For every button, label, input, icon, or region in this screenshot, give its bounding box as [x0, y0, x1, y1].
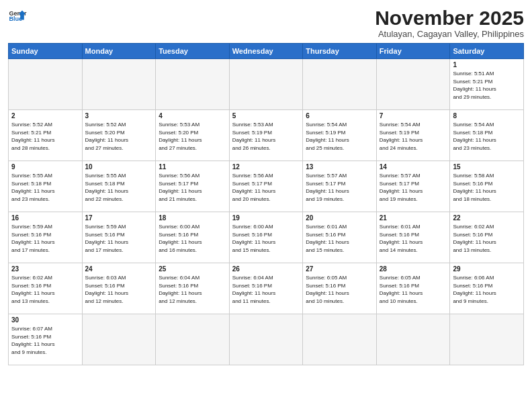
- day-of-week-header: Friday: [376, 44, 450, 59]
- day-of-week-header: Thursday: [303, 44, 377, 59]
- day-info: Sunrise: 5:52 AM Sunset: 5:21 PM Dayligh…: [11, 121, 79, 152]
- calendar-cell: 28Sunrise: 6:05 AM Sunset: 5:16 PM Dayli…: [376, 263, 450, 314]
- day-number: 25: [159, 265, 226, 273]
- calendar-cell: 6Sunrise: 5:54 AM Sunset: 5:19 PM Daylig…: [303, 110, 377, 161]
- day-info: Sunrise: 6:04 AM Sunset: 5:16 PM Dayligh…: [159, 274, 226, 305]
- day-info: Sunrise: 5:57 AM Sunset: 5:17 PM Dayligh…: [306, 172, 373, 203]
- calendar-cell: [229, 314, 303, 365]
- calendar-cell: 15Sunrise: 5:58 AM Sunset: 5:16 PM Dayli…: [450, 161, 524, 212]
- day-info: Sunrise: 5:59 AM Sunset: 5:16 PM Dayligh…: [11, 223, 79, 254]
- calendar-cell: 11Sunrise: 5:56 AM Sunset: 5:17 PM Dayli…: [156, 161, 230, 212]
- calendar-cell: [450, 314, 524, 365]
- day-number: 8: [453, 112, 521, 120]
- day-info: Sunrise: 5:54 AM Sunset: 5:19 PM Dayligh…: [380, 121, 447, 152]
- day-number: 3: [85, 112, 153, 120]
- calendar-cell: 29Sunrise: 6:06 AM Sunset: 5:16 PM Dayli…: [450, 263, 524, 314]
- day-number: 13: [306, 163, 373, 171]
- day-of-week-header: Sunday: [9, 44, 83, 59]
- day-number: 22: [453, 214, 521, 222]
- calendar-cell: 27Sunrise: 6:05 AM Sunset: 5:16 PM Dayli…: [303, 263, 377, 314]
- day-number: 27: [306, 265, 373, 273]
- day-info: Sunrise: 5:57 AM Sunset: 5:17 PM Dayligh…: [380, 172, 447, 203]
- day-number: 18: [159, 214, 226, 222]
- calendar-cell: 16Sunrise: 5:59 AM Sunset: 5:16 PM Dayli…: [9, 212, 83, 263]
- calendar-cell: 17Sunrise: 5:59 AM Sunset: 5:16 PM Dayli…: [82, 212, 156, 263]
- day-number: 12: [232, 163, 300, 171]
- calendar-cell: 10Sunrise: 5:55 AM Sunset: 5:18 PM Dayli…: [82, 161, 156, 212]
- day-info: Sunrise: 6:00 AM Sunset: 5:16 PM Dayligh…: [232, 223, 300, 254]
- day-number: 10: [85, 163, 153, 171]
- day-number: 30: [11, 316, 79, 324]
- calendar-header: SundayMondayTuesdayWednesdayThursdayFrid…: [9, 44, 524, 59]
- day-number: 28: [380, 265, 447, 273]
- day-info: Sunrise: 6:00 AM Sunset: 5:16 PM Dayligh…: [159, 223, 226, 254]
- calendar-cell: 3Sunrise: 5:52 AM Sunset: 5:20 PM Daylig…: [82, 110, 156, 161]
- day-info: Sunrise: 5:56 AM Sunset: 5:17 PM Dayligh…: [232, 172, 300, 203]
- calendar-cell: 25Sunrise: 6:04 AM Sunset: 5:16 PM Dayli…: [156, 263, 230, 314]
- calendar-cell: 12Sunrise: 5:56 AM Sunset: 5:17 PM Dayli…: [229, 161, 303, 212]
- calendar-cell: [82, 59, 156, 110]
- day-info: Sunrise: 6:06 AM Sunset: 5:16 PM Dayligh…: [453, 274, 521, 305]
- day-info: Sunrise: 5:54 AM Sunset: 5:19 PM Dayligh…: [306, 121, 373, 152]
- day-number: 20: [306, 214, 373, 222]
- calendar-cell: [229, 59, 303, 110]
- calendar-cell: 8Sunrise: 5:54 AM Sunset: 5:18 PM Daylig…: [450, 110, 524, 161]
- calendar-cell: 14Sunrise: 5:57 AM Sunset: 5:17 PM Dayli…: [376, 161, 450, 212]
- logo: General Blue: [8, 7, 27, 26]
- header: General Blue November 2025 Atulayan, Cag…: [8, 7, 524, 39]
- calendar-cell: 23Sunrise: 6:02 AM Sunset: 5:16 PM Dayli…: [9, 263, 83, 314]
- day-info: Sunrise: 5:58 AM Sunset: 5:16 PM Dayligh…: [453, 172, 521, 203]
- day-info: Sunrise: 5:55 AM Sunset: 5:18 PM Dayligh…: [85, 172, 153, 203]
- day-number: 24: [85, 265, 153, 273]
- calendar-cell: 9Sunrise: 5:55 AM Sunset: 5:18 PM Daylig…: [9, 161, 83, 212]
- day-number: 23: [11, 265, 79, 273]
- day-info: Sunrise: 5:56 AM Sunset: 5:17 PM Dayligh…: [159, 172, 226, 203]
- calendar-table: SundayMondayTuesdayWednesdayThursdayFrid…: [8, 43, 524, 365]
- day-info: Sunrise: 5:52 AM Sunset: 5:20 PM Dayligh…: [85, 121, 153, 152]
- calendar-cell: [9, 59, 83, 110]
- calendar-cell: [303, 314, 377, 365]
- calendar-cell: 2Sunrise: 5:52 AM Sunset: 5:21 PM Daylig…: [9, 110, 83, 161]
- calendar-week-row: 2Sunrise: 5:52 AM Sunset: 5:21 PM Daylig…: [9, 110, 524, 161]
- day-number: 16: [11, 214, 79, 222]
- header-row: SundayMondayTuesdayWednesdayThursdayFrid…: [9, 44, 524, 59]
- day-number: 26: [232, 265, 300, 273]
- calendar-cell: 21Sunrise: 6:01 AM Sunset: 5:16 PM Dayli…: [376, 212, 450, 263]
- calendar-week-row: 9Sunrise: 5:55 AM Sunset: 5:18 PM Daylig…: [9, 161, 524, 212]
- day-info: Sunrise: 6:01 AM Sunset: 5:16 PM Dayligh…: [306, 223, 373, 254]
- day-info: Sunrise: 5:54 AM Sunset: 5:18 PM Dayligh…: [453, 121, 521, 152]
- day-number: 5: [232, 112, 300, 120]
- day-of-week-header: Tuesday: [156, 44, 230, 59]
- day-number: 19: [232, 214, 300, 222]
- calendar-cell: 4Sunrise: 5:53 AM Sunset: 5:20 PM Daylig…: [156, 110, 230, 161]
- title-block: November 2025 Atulayan, Cagayan Valley, …: [375, 7, 524, 39]
- calendar-cell: 13Sunrise: 5:57 AM Sunset: 5:17 PM Dayli…: [303, 161, 377, 212]
- calendar-cell: [156, 59, 230, 110]
- day-info: Sunrise: 6:02 AM Sunset: 5:16 PM Dayligh…: [11, 274, 79, 305]
- day-of-week-header: Monday: [82, 44, 156, 59]
- calendar-cell: 18Sunrise: 6:00 AM Sunset: 5:16 PM Dayli…: [156, 212, 230, 263]
- day-info: Sunrise: 6:05 AM Sunset: 5:16 PM Dayligh…: [380, 274, 447, 305]
- day-info: Sunrise: 6:07 AM Sunset: 5:16 PM Dayligh…: [11, 325, 79, 356]
- day-number: 1: [453, 61, 521, 68]
- calendar-cell: [376, 314, 450, 365]
- calendar-body: 1Sunrise: 5:51 AM Sunset: 5:21 PM Daylig…: [9, 59, 524, 365]
- day-info: Sunrise: 6:01 AM Sunset: 5:16 PM Dayligh…: [380, 223, 447, 254]
- day-number: 14: [380, 163, 447, 171]
- calendar-week-row: 16Sunrise: 5:59 AM Sunset: 5:16 PM Dayli…: [9, 212, 524, 263]
- day-of-week-header: Wednesday: [229, 44, 303, 59]
- calendar-cell: [303, 59, 377, 110]
- calendar-cell: 19Sunrise: 6:00 AM Sunset: 5:16 PM Dayli…: [229, 212, 303, 263]
- day-info: Sunrise: 5:59 AM Sunset: 5:16 PM Dayligh…: [85, 223, 153, 254]
- day-number: 7: [380, 112, 447, 120]
- day-info: Sunrise: 5:53 AM Sunset: 5:19 PM Dayligh…: [232, 121, 300, 152]
- calendar-week-row: 30Sunrise: 6:07 AM Sunset: 5:16 PM Dayli…: [9, 314, 524, 365]
- calendar-cell: 24Sunrise: 6:03 AM Sunset: 5:16 PM Dayli…: [82, 263, 156, 314]
- subtitle: Atulayan, Cagayan Valley, Philippines: [375, 29, 524, 39]
- calendar-cell: 5Sunrise: 5:53 AM Sunset: 5:19 PM Daylig…: [229, 110, 303, 161]
- day-info: Sunrise: 6:03 AM Sunset: 5:16 PM Dayligh…: [85, 274, 153, 305]
- calendar-week-row: 23Sunrise: 6:02 AM Sunset: 5:16 PM Dayli…: [9, 263, 524, 314]
- calendar-cell: [376, 59, 450, 110]
- day-number: 15: [453, 163, 521, 171]
- month-title: November 2025: [375, 7, 524, 29]
